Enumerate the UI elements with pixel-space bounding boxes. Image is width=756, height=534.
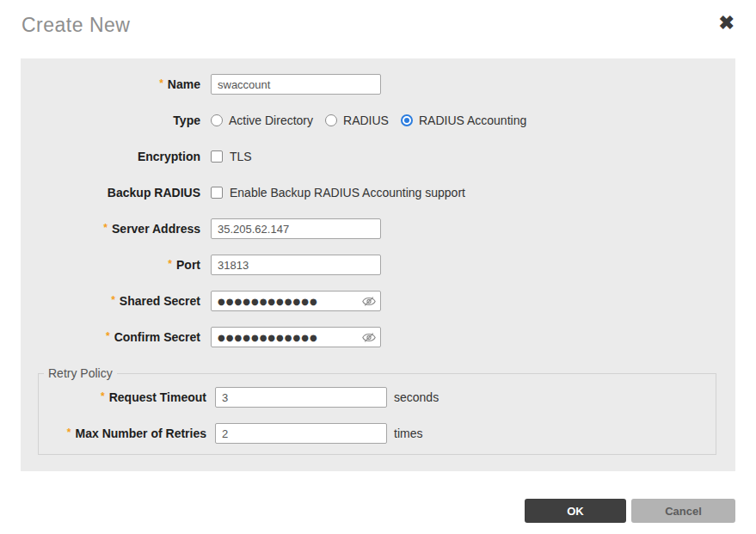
max-retries-label: *Max Number of Retries bbox=[39, 427, 206, 440]
confirm-secret-row: *Confirm Secret bbox=[21, 327, 735, 347]
shared-secret-label: *Shared Secret bbox=[21, 294, 200, 308]
radio-label: RADIUS bbox=[343, 114, 389, 127]
required-asterisk: * bbox=[101, 390, 105, 402]
max-retries-input[interactable] bbox=[215, 423, 387, 444]
required-asterisk: * bbox=[106, 330, 110, 342]
checkbox-icon[interactable] bbox=[211, 150, 223, 163]
backup-radius-checkbox-item[interactable]: Enable Backup RADIUS Accounting support bbox=[211, 186, 465, 199]
port-label: *Port bbox=[21, 258, 200, 272]
checkbox-label: Enable Backup RADIUS Accounting support bbox=[230, 186, 465, 199]
retry-policy-fieldset: Retry Policy *Request Timeout seconds *M… bbox=[38, 366, 716, 455]
request-timeout-label: *Request Timeout bbox=[39, 390, 206, 404]
shared-secret-row: *Shared Secret bbox=[21, 291, 735, 311]
retry-policy-legend: Retry Policy bbox=[44, 366, 117, 380]
radio-icon[interactable] bbox=[401, 114, 413, 126]
tls-checkbox-item[interactable]: TLS bbox=[211, 150, 252, 163]
type-row: Type Active Directory RADIUS RADIUS Acco… bbox=[21, 110, 735, 131]
required-asterisk: * bbox=[111, 294, 115, 306]
radio-label: RADIUS Accounting bbox=[419, 114, 526, 127]
form-panel: *Name Type Active Directory RADIUS RADIU… bbox=[21, 58, 735, 471]
max-retries-row: *Max Number of Retries times bbox=[39, 423, 716, 444]
name-row: *Name bbox=[21, 74, 735, 95]
checkbox-icon[interactable] bbox=[211, 187, 223, 199]
dialog-title: Create New bbox=[22, 14, 130, 37]
server-address-row: *Server Address bbox=[21, 218, 735, 239]
request-timeout-row: *Request Timeout seconds bbox=[39, 387, 716, 408]
radio-label: Active Directory bbox=[229, 114, 313, 127]
dialog-footer: OK Cancel bbox=[525, 499, 735, 523]
radio-icon[interactable] bbox=[211, 114, 223, 126]
max-retries-unit: times bbox=[394, 427, 422, 440]
encryption-row: Encryption TLS bbox=[21, 146, 735, 167]
encryption-label: Encryption bbox=[21, 150, 200, 163]
request-timeout-unit: seconds bbox=[394, 390, 439, 404]
confirm-secret-label: *Confirm Secret bbox=[21, 330, 200, 344]
port-input[interactable] bbox=[211, 255, 381, 275]
ok-button[interactable]: OK bbox=[525, 499, 626, 523]
shared-secret-input[interactable] bbox=[211, 291, 381, 311]
radio-radius-accounting[interactable]: RADIUS Accounting bbox=[401, 114, 526, 127]
server-address-label: *Server Address bbox=[21, 222, 200, 236]
cancel-button[interactable]: Cancel bbox=[631, 499, 735, 523]
confirm-secret-input[interactable] bbox=[211, 327, 381, 347]
type-label: Type bbox=[21, 114, 200, 127]
backup-radius-label: Backup RADIUS bbox=[21, 186, 200, 199]
server-address-input[interactable] bbox=[211, 218, 381, 239]
close-icon[interactable]: ✖ bbox=[719, 14, 734, 33]
backup-radius-row: Backup RADIUS Enable Backup RADIUS Accou… bbox=[21, 182, 735, 203]
required-asterisk: * bbox=[168, 258, 172, 270]
name-input[interactable] bbox=[211, 74, 381, 95]
required-asterisk: * bbox=[103, 222, 108, 234]
request-timeout-input[interactable] bbox=[215, 387, 387, 408]
radio-icon[interactable] bbox=[325, 114, 337, 126]
port-row: *Port bbox=[21, 255, 735, 275]
required-asterisk: * bbox=[67, 427, 71, 439]
eye-off-icon[interactable] bbox=[362, 296, 376, 307]
radio-active-directory[interactable]: Active Directory bbox=[211, 114, 313, 127]
name-label: *Name bbox=[21, 77, 200, 91]
checkbox-label: TLS bbox=[230, 150, 252, 163]
radio-radius[interactable]: RADIUS bbox=[325, 114, 389, 127]
eye-off-icon[interactable] bbox=[362, 332, 376, 343]
required-asterisk: * bbox=[159, 77, 163, 89]
